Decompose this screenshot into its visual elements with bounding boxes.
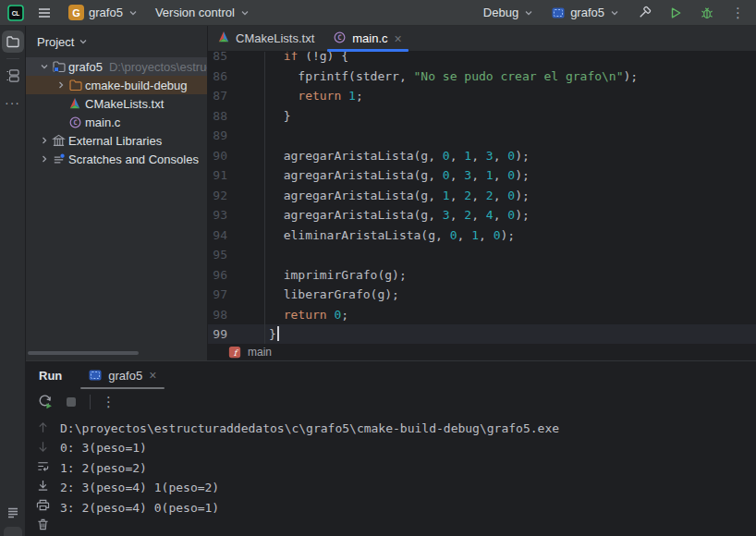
project-widget[interactable]: G grafo5 [65,3,142,22]
code-text: liberarGrafo(g); [265,285,399,305]
line-number[interactable]: 89 [208,126,265,146]
expand-arrow-icon[interactable] [54,78,68,92]
project-tool-button[interactable] [2,30,24,53]
console-gutter [26,414,60,532]
code-area[interactable]: 85 if (!g) {86 fprintf(stderr, "No se pu… [208,52,756,344]
horizontal-scrollbar[interactable] [28,351,139,355]
code-line-99[interactable]: 99} [208,324,756,344]
more-actions-button[interactable]: ⋮ [727,4,749,21]
code-text: } [265,324,279,344]
build-button[interactable] [633,4,655,22]
debug-button[interactable] [696,4,718,22]
run-configuration-selector[interactable]: grafo5 [547,4,624,22]
tree-item-label: CMakeLists.txt [85,97,164,111]
notifications-tool-button[interactable] [2,501,24,523]
scroll-to-end-icon[interactable] [35,478,52,493]
tree-item-main-c[interactable]: Cmain.c [26,113,207,131]
tab-label: CMakeLists.txt [236,31,314,45]
code-line-93[interactable]: 93 agregarAristaLista(g, 3, 2, 4, 0); [208,205,756,225]
line-number[interactable]: 95 [208,245,265,265]
line-number[interactable]: 86 [208,67,265,87]
project-panel: Project grafo5D:\proyectos\estructucmake… [26,26,208,360]
tree-item-grafo5[interactable]: grafo5D:\proyectos\estructu [26,57,207,76]
arrow-up-icon[interactable] [35,420,52,435]
close-icon[interactable]: × [148,369,157,382]
line-number[interactable]: 99 [208,324,265,344]
collapse-arrow-icon[interactable] [37,59,52,74]
run-tab-grafo5[interactable]: grafo5 × [80,368,165,389]
library-icon [52,133,68,148]
code-line-92[interactable]: 92 agregarAristaLista(g, 1, 2, 2, 0); [208,186,756,206]
stripe-divider [6,58,19,59]
partial-tool-button[interactable] [4,527,22,536]
play-icon [668,6,683,20]
line-number[interactable]: 87 [208,86,265,106]
close-icon[interactable]: × [394,32,403,45]
code-text: agregarAristaLista(g, 0, 3, 1, 0); [265,165,530,186]
tree-item-external-libraries[interactable]: External Libraries [26,131,207,150]
expand-arrow-icon[interactable] [37,152,52,166]
code-line-86[interactable]: 86 fprintf(stderr, "No se pudo crear el … [208,67,756,87]
hamburger-icon [37,6,52,20]
tab-main-c[interactable]: Cmain.c× [323,26,411,51]
line-number[interactable]: 98 [208,305,265,325]
soft-wrap-icon[interactable] [35,458,52,474]
function-icon: f [228,346,241,359]
more-tool-windows-button[interactable]: ··· [2,91,24,114]
console-line-0: D:\proyectos\estructuraddedatos\c\grafo5… [60,419,559,438]
code-line-88[interactable]: 88 } [208,106,756,127]
line-number[interactable]: 93 [208,205,265,225]
run-panel-title[interactable]: Run [39,369,62,389]
line-number[interactable]: 97 [208,285,265,305]
toolbar-separator [90,395,91,409]
tree-item-cmake-build-debug[interactable]: cmake-build-debug [26,76,207,94]
breadcrumb-function[interactable]: main [248,346,272,359]
line-number[interactable]: 92 [208,186,265,206]
debug-mode-selector[interactable]: Debug [480,4,538,21]
line-number[interactable]: 91 [208,165,265,186]
line-number[interactable]: 94 [208,225,265,246]
version-control-label: Version control [155,6,235,19]
run-options-button[interactable]: ⋮ [102,395,116,408]
code-line-90[interactable]: 90 agregarAristaLista(g, 0, 1, 3, 0); [208,146,756,166]
console-line-2: 1: 2(peso=2) [60,458,559,478]
console-output[interactable]: D:\proyectos\estructuraddedatos\c\grafo5… [60,414,559,532]
code-text: } [265,106,290,127]
commit-tool-button[interactable] [2,65,24,87]
code-line-95[interactable]: 95 [208,245,756,265]
code-line-94[interactable]: 94 eliminarAristaLista(g, 0, 1, 0); [208,225,756,246]
project-name: grafo5 [89,6,123,19]
tree-item-cmakelists-txt[interactable]: CMakeLists.txt [26,94,207,113]
tab-cmakelists-txt[interactable]: CMakeLists.txt [208,26,323,51]
clear-console-icon[interactable] [35,517,52,532]
commit-icon [6,68,20,83]
svg-text:C: C [337,33,342,42]
main-menu-button[interactable] [33,4,55,22]
expand-arrow-icon[interactable] [37,133,52,148]
code-line-96[interactable]: 96 imprimirGrafo(g); [208,265,756,286]
code-line-85[interactable]: 85 if (!g) { [208,52,756,67]
code-line-87[interactable]: 87 return 1; [208,86,756,106]
chevron-down-icon [609,7,620,18]
print-icon[interactable] [35,497,52,513]
cmake-icon [217,30,230,46]
version-control-widget[interactable]: Version control [152,4,254,21]
line-number[interactable]: 96 [208,265,265,286]
lines-icon [6,505,20,519]
code-line-89[interactable]: 89 [208,126,756,146]
code-line-91[interactable]: 91 agregarAristaLista(g, 0, 3, 1, 0); [208,165,756,186]
chevron-down-icon[interactable] [78,36,89,47]
rerun-button[interactable] [37,394,53,409]
console-line-1: 0: 3(peso=1) [60,438,559,457]
svg-text:C: C [73,118,78,127]
line-number[interactable]: 88 [208,106,265,127]
code-text: imprimirGrafo(g); [265,265,407,286]
line-number[interactable]: 90 [208,146,265,166]
run-button[interactable] [665,4,687,22]
arrow-down-icon[interactable] [35,439,52,455]
code-line-97[interactable]: 97 liberarGrafo(g); [208,285,756,305]
tree-item-label: Scratches and Consoles [68,152,199,166]
line-number[interactable]: 85 [208,52,265,67]
tree-item-scratches-and-consoles[interactable]: Scratches and Consoles [26,150,207,168]
code-line-98[interactable]: 98 return 0; [208,305,756,325]
